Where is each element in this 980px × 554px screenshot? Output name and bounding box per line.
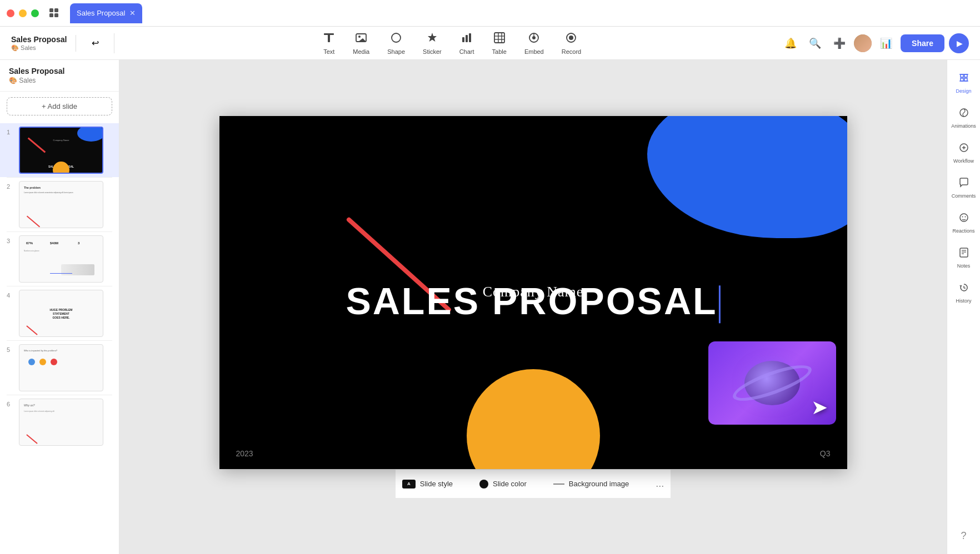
slide-color-button[interactable]: Slide color: [473, 476, 533, 492]
slide-thumbnail: The problem Lorem ipsum dolor sit amet c…: [19, 181, 103, 228]
design-tool-button[interactable]: Design: [949, 67, 978, 99]
maximize-window-dot[interactable]: [31, 9, 39, 17]
presentation-subtitle: 🎨 Sales: [9, 77, 110, 84]
workflow-tool-button[interactable]: Workflow: [949, 137, 978, 169]
svg-point-9: [392, 33, 401, 42]
workflow-icon: [958, 142, 969, 156]
comments-tool-label: Comments: [952, 193, 976, 199]
shape-tool-button[interactable]: Shape: [379, 28, 413, 58]
notes-tool-label: Notes: [957, 263, 971, 269]
media-tool-button[interactable]: Media: [345, 28, 377, 58]
reactions-icon: [958, 212, 969, 226]
content-area: Sales Proposal 🎨 Sales + Add slide 1 Com…: [0, 60, 980, 554]
table-tool-label: Table: [492, 48, 507, 55]
embed-tool-label: Embed: [524, 48, 544, 55]
design-tool-label: Design: [956, 88, 971, 94]
planet-ring: [729, 359, 815, 408]
analytics-button[interactable]: 📊: [876, 33, 896, 53]
slide-item[interactable]: 5 Who is impacted by this problem?: [0, 341, 119, 395]
slide-number: 6: [7, 401, 14, 407]
right-panel: Design Animations Workflow Comments: [947, 60, 980, 554]
top-chrome-bar: Sales Proposal ✕: [0, 0, 980, 27]
animations-icon: [958, 107, 969, 121]
table-icon: [493, 32, 506, 47]
slide-item[interactable]: 1 Company Name SALES PROPOSAL: [0, 123, 119, 177]
comments-tool-button[interactable]: Comments: [949, 172, 978, 204]
svg-rect-13: [494, 33, 504, 43]
sticker-tool-label: Sticker: [423, 48, 442, 55]
svg-rect-10: [462, 37, 464, 42]
svg-rect-1: [54, 8, 58, 12]
share-button[interactable]: Share: [901, 34, 944, 52]
add-button[interactable]: ➕: [829, 33, 849, 53]
svg-rect-3: [54, 13, 58, 17]
main-toolbar: Sales Proposal 🎨 Sales ↩ Text Media Shap…: [0, 27, 980, 60]
search-button[interactable]: 🔍: [805, 33, 825, 53]
slide-item[interactable]: 4 HUGE PROBLEMSTATEMENTGOES HERE.: [0, 286, 119, 340]
slide-style-button[interactable]: A Slide style: [396, 476, 459, 492]
slide-thumbnail: HUGE PROBLEMSTATEMENTGOES HERE.: [19, 290, 103, 337]
svg-point-30: [962, 216, 963, 218]
notification-button[interactable]: 🔔: [781, 33, 801, 53]
minimize-window-dot[interactable]: [19, 9, 27, 17]
slide-number: 3: [7, 238, 14, 244]
browser-tab[interactable]: Sales Proposal ✕: [70, 3, 142, 23]
svg-rect-32: [960, 248, 968, 257]
reactions-tool-button[interactable]: Reactions: [949, 207, 978, 239]
svg-rect-11: [466, 35, 468, 42]
svg-rect-2: [49, 13, 53, 17]
slide-number: 4: [7, 292, 14, 299]
background-image-button[interactable]: Background image: [547, 476, 636, 491]
toolbar-center-section: Text Media Shape Sticker: [126, 28, 778, 58]
slide-item[interactable]: 2 The problem Lorem ipsum dolor sit amet…: [0, 178, 119, 231]
canvas-quarter: Q3: [820, 449, 831, 458]
background-image-label: Background image: [569, 480, 629, 488]
chart-tool-button[interactable]: Chart: [452, 28, 482, 58]
add-slide-button[interactable]: + Add slide: [7, 97, 112, 115]
notes-tool-button[interactable]: Notes: [949, 241, 978, 274]
canvas-year: 2023: [236, 449, 253, 458]
text-tool-button[interactable]: Text: [315, 28, 343, 58]
record-tool-button[interactable]: Record: [554, 28, 589, 58]
text-icon: [323, 32, 335, 47]
workflow-tool-label: Workflow: [953, 158, 974, 164]
slide-number: 1: [7, 129, 14, 135]
undo-button[interactable]: ↩: [85, 33, 105, 53]
close-window-dot[interactable]: [7, 9, 14, 17]
slide-style-icon: A: [402, 480, 416, 488]
animations-tool-label: Animations: [951, 123, 976, 129]
slide-color-label: Slide color: [493, 480, 527, 488]
slide-title-text: SALES PROPOSAL: [346, 279, 720, 323]
design-icon: [958, 72, 969, 86]
slide-number: 2: [7, 183, 14, 190]
svg-point-7: [358, 36, 361, 38]
play-button[interactable]: [949, 33, 969, 53]
history-icon: [958, 282, 969, 296]
svg-marker-8: [358, 38, 366, 42]
slide-item[interactable]: 3 67% $40M 3 Numbers at a glance: [0, 232, 119, 286]
animations-tool-button[interactable]: Animations: [949, 102, 978, 134]
more-options-button[interactable]: ...: [649, 475, 671, 493]
slide-style-label: Slide style: [420, 480, 453, 488]
text-tool-label: Text: [323, 48, 334, 55]
slide-thumbnail: Who is impacted by this problem?: [19, 344, 103, 391]
slide-canvas[interactable]: Company Name SALES PROPOSAL ➤ 2023 Q3: [219, 116, 847, 469]
avatar[interactable]: [854, 34, 872, 52]
yellow-circle-decoration: [467, 369, 600, 469]
table-tool-button[interactable]: Table: [484, 28, 514, 58]
history-tool-button[interactable]: History: [949, 276, 978, 309]
slide-number: 5: [7, 346, 14, 353]
embed-tool-button[interactable]: Embed: [517, 28, 552, 58]
help-button[interactable]: ?: [949, 525, 978, 547]
slide-item[interactable]: 6 Why us? Lorem ipsum dolor sit amet adi…: [0, 395, 119, 449]
text-cursor: [719, 285, 721, 323]
svg-point-19: [532, 36, 536, 39]
sticker-tool-button[interactable]: Sticker: [415, 28, 449, 58]
sticker-icon: [426, 32, 438, 47]
chart-icon: [461, 32, 473, 47]
tab-close-icon[interactable]: ✕: [129, 9, 136, 17]
reactions-tool-label: Reactions: [952, 228, 974, 234]
shape-tool-label: Shape: [387, 48, 405, 55]
apps-icon[interactable]: [46, 4, 63, 22]
slide-thumbnail: 67% $40M 3 Numbers at a glance: [19, 235, 103, 283]
